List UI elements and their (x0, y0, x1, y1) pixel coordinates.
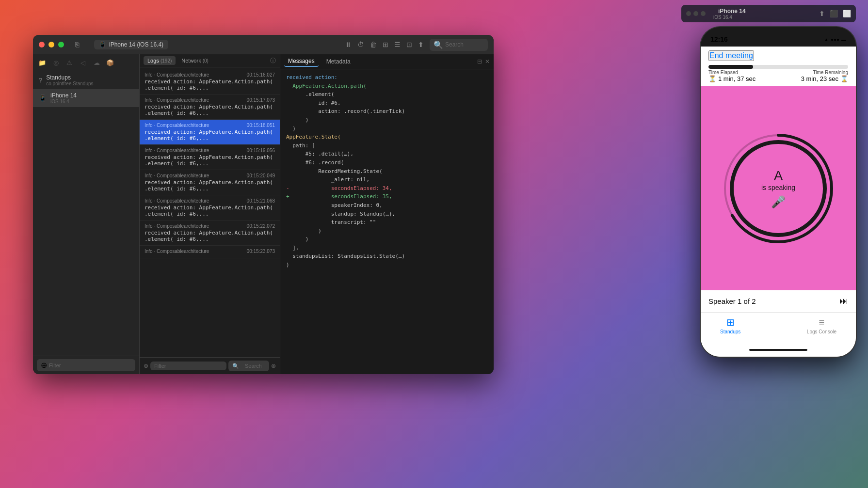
log-text: received action: AppFeature.Action.path(… (145, 154, 275, 167)
logs-filter-input[interactable] (150, 362, 226, 370)
xcode-window: ⎘ 📱 iPhone 14 (iOS 16.4) ⏸ ⏱ 🗑 ⊞ ☰ ⊡ ⬆ 🔍… (33, 35, 494, 374)
rotate-icon[interactable]: ⬜ (843, 10, 851, 17)
device-badge: 📱 iPhone 14 (iOS 16.4) (94, 40, 168, 49)
log-text: received action: AppFeature.Action.path(… (145, 230, 275, 242)
iphone-topbar: iPhone 14 iOS 16.4 ⬆ ⬛ ⬜ (681, 5, 856, 22)
speaker-letter: A (774, 168, 783, 184)
iphone-simulator: 12:16 ▲ ●●● ▬ End meeting Time Elapsed ⏳… (701, 27, 856, 357)
topbar-action-icons: ⬆ ⬛ ⬜ (819, 10, 851, 17)
target-icon[interactable]: ◎ (50, 57, 61, 68)
topbar-light-3 (701, 11, 706, 16)
metadata-tab[interactable]: Metadata (322, 57, 354, 66)
device-icon: 📱 (99, 41, 106, 48)
log-time: 00:15:22.072 (247, 223, 275, 229)
logs-tab-icon: ≡ (819, 317, 825, 328)
elapsed-time: 1 min, 37 sec (718, 75, 755, 82)
log-source: Info · Composablearchitecture (145, 97, 209, 103)
hourglass-start-icon: ⏳ (708, 75, 716, 82)
window-body: 📁 ◎ ⚠ ◁ ☁ 📦 ? Standups co.pointfree.Stan… (33, 54, 494, 374)
sidebar-toggle: ⎘ (72, 39, 82, 50)
log-text: received action: AppFeature.Action.path(… (145, 104, 275, 116)
log-text: received action: AppFeature.Action.path(… (145, 179, 275, 192)
layout-icon[interactable]: ⊡ (406, 41, 412, 48)
sidebar-footer: ⊕ (33, 356, 139, 374)
debug-icon[interactable]: ☁ (91, 57, 102, 68)
network-tab[interactable]: Network (0) (177, 56, 212, 65)
share-icon[interactable]: ⬆ (418, 41, 424, 48)
logs-footer: ⊕ 🔍 ⊗ (140, 357, 280, 374)
screenshot-icon[interactable]: ⬛ (830, 10, 838, 17)
search-icon: 🔍 (434, 40, 443, 49)
log-time: 00:15:16.027 (247, 72, 275, 78)
grid-icon[interactable]: ⊞ (383, 41, 388, 48)
home-icon[interactable]: ⬆ (819, 10, 825, 17)
toolbar-search[interactable]: 🔍 (430, 39, 488, 51)
minimize-button[interactable] (48, 42, 54, 47)
close-button[interactable] (39, 42, 45, 47)
list-icon[interactable]: ☰ (394, 41, 401, 48)
logs-search-bar[interactable]: 🔍 (228, 361, 269, 371)
sidebar-filter[interactable]: ⊕ (37, 359, 135, 371)
log-entry[interactable]: Info · Composablearchitecture 00:15:23.0… (140, 246, 280, 258)
log-entry[interactable]: Info · Composablearchitecture 00:15:17.0… (140, 94, 280, 120)
log-source: Info · Composablearchitecture (145, 198, 209, 204)
close-panel-icon[interactable]: ✕ (485, 58, 490, 65)
info-icon[interactable]: ⓘ (270, 57, 276, 65)
messages-tab[interactable]: Messages (284, 56, 319, 67)
folder-icon[interactable]: 📁 (37, 57, 48, 68)
standups-tab-label: Standups (720, 329, 740, 334)
logs-search-input[interactable] (241, 362, 265, 370)
iphone-sub: iOS 16.4 (50, 99, 77, 104)
tab-standups[interactable]: ⊞ Standups (720, 316, 740, 334)
logs-panel: Logs (192) Network (0) ⓘ Info · Composab… (140, 54, 280, 374)
standups-tab-icon: ⊞ (726, 316, 735, 328)
standups-sub: co.pointfree.Standups (46, 81, 93, 86)
topbar-device-os: iOS 16.4 (713, 15, 746, 20)
log-entry[interactable]: Info · Composablearchitecture 00:15:19.0… (140, 145, 280, 170)
log-entry-selected[interactable]: Info · Composablearchitecture 00:15:18.0… (140, 120, 280, 145)
detail-panel: Messages Metadata ⊟ ✕ received action: A… (280, 54, 494, 374)
remaining-time: 3 min, 23 sec (801, 75, 838, 82)
sidebar-item-standups[interactable]: ? Standups co.pointfree.Standups (33, 71, 139, 89)
sidebar-toolbar: 📁 ◎ ⚠ ◁ ☁ 📦 (33, 54, 139, 71)
sidebar-item-iphone[interactable]: 📱 iPhone 14 iOS 16.4 (33, 89, 139, 107)
log-text: received action: AppFeature.Action.path(… (145, 79, 275, 91)
log-time: 00:15:23.073 (247, 249, 275, 254)
detail-header: Messages Metadata ⊟ ✕ (280, 54, 494, 69)
trash-icon[interactable]: 🗑 (370, 41, 377, 48)
wifi-icon: ▲ (824, 37, 829, 42)
filter-input-field[interactable] (49, 362, 131, 368)
log-entry[interactable]: Info · Composablearchitecture 00:15:21.0… (140, 195, 280, 220)
iphone-tab-bar: ⊞ Standups ≡ Logs Console (701, 312, 856, 342)
logs-tab[interactable]: Logs (192) (144, 56, 176, 65)
test-icon[interactable]: ◁ (78, 57, 88, 68)
next-speaker-button[interactable]: ⏭ (839, 296, 848, 306)
speaker-circle: A is speaking 🎤 (730, 140, 827, 237)
log-entry[interactable]: Info · Composablearchitecture 00:15:22.0… (140, 220, 280, 246)
log-source: Info · Composablearchitecture (145, 123, 209, 128)
warning-icon[interactable]: ⚠ (64, 57, 75, 68)
end-meeting-button[interactable]: End meeting (708, 50, 754, 61)
log-source: Info · Composablearchitecture (145, 173, 209, 178)
search-input[interactable] (445, 41, 484, 48)
tab-logs-console[interactable]: ≡ Logs Console (807, 317, 836, 334)
clear-icon[interactable]: ⊗ (271, 362, 276, 369)
elapsed-value: ⏳ 1 min, 37 sec (708, 75, 755, 82)
logs-tab-label: Logs Console (807, 329, 836, 334)
fullscreen-button[interactable] (58, 42, 64, 47)
progress-bar-background (708, 65, 848, 69)
elapsed-label: Time Elapsed (708, 70, 755, 75)
clock-icon[interactable]: ⏱ (357, 41, 364, 48)
log-entry[interactable]: Info · Composablearchitecture 00:15:16.0… (140, 69, 280, 94)
network-count-badge: (0) (203, 58, 209, 63)
sidebar-toggle-icon[interactable]: ⎘ (72, 39, 82, 50)
standups-label: Standups (46, 74, 93, 81)
log-entry[interactable]: Info · Composablearchitecture 00:15:20.0… (140, 170, 280, 195)
search-icon: 🔍 (232, 363, 239, 369)
pause-button[interactable]: ⏸ (345, 41, 352, 48)
microphone-icon: 🎤 (771, 195, 786, 209)
title-bar: ⎘ 📱 iPhone 14 (iOS 16.4) ⏸ ⏱ 🗑 ⊞ ☰ ⊡ ⬆ 🔍 (33, 35, 494, 54)
remaining-section: Time Remaining 3 min, 23 sec ⌛ (801, 70, 848, 82)
collapse-icon[interactable]: ⊟ (477, 58, 482, 65)
package-icon[interactable]: 📦 (105, 57, 115, 68)
